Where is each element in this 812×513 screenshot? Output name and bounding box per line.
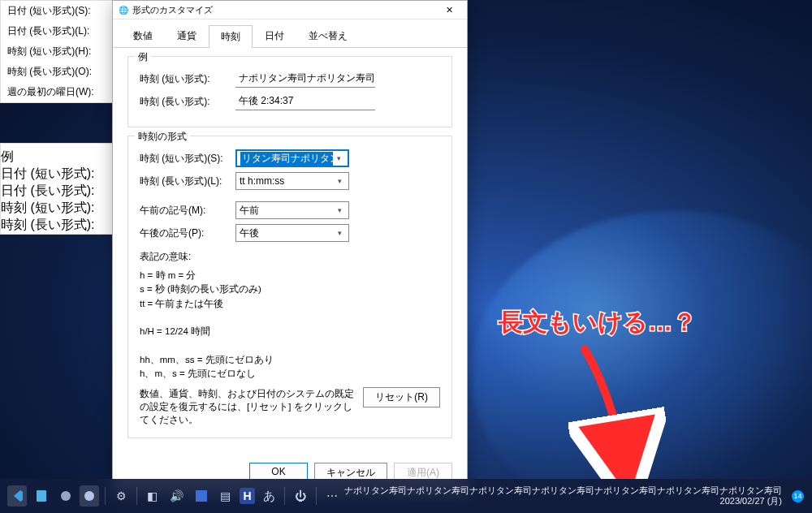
tab-date[interactable]: 日付 [253, 24, 296, 47]
short-time-example-label: 時刻 (短い形式): [140, 72, 227, 86]
combo-value: tt h:mm:ss [240, 175, 334, 187]
tray-chevron-icon[interactable]: ⋯ [322, 485, 342, 507]
customize-format-dialog: 🌐 形式のカスタマイズ ✕ 数値 通貨 時刻 日付 並べ替え 例 時刻 (短い形… [112, 0, 468, 495]
chevron-down-icon: ▾ [334, 177, 345, 185]
svg-rect-3 [196, 490, 207, 502]
reset-button[interactable]: リセット(R) [363, 387, 440, 407]
long-time-example-value: 午後 2:34:37 [235, 93, 375, 110]
combo-value: 午前 [240, 204, 334, 218]
taskbar-separator [105, 487, 106, 505]
clock-line2: 2023/02/27 (月) [344, 496, 782, 507]
combo-value: 午後 [240, 226, 334, 240]
group-label: 例 [135, 50, 151, 64]
tab-sort[interactable]: 並べ替え [296, 24, 360, 47]
example-group: 例 時刻 (短い形式): ナポリタン寿司ナポリタン寿司 時刻 (長い形式): 午… [127, 56, 452, 127]
settings-icon[interactable]: ⚙ [111, 485, 131, 507]
annotation-arrow [568, 341, 666, 479]
reset-description: 数値、通貨、時刻、および日付のシステムの既定の設定を復元するには、[リセット] … [140, 387, 355, 426]
pm-symbol-combobox[interactable]: 午後 ▾ [235, 224, 349, 242]
clock-line1: ナポリタン寿司ナポリタン寿司ナポリタン寿司ナポリタン寿司ナポリタン寿司ナポリタン… [344, 485, 782, 496]
am-symbol-combobox[interactable]: 午前 ▾ [235, 201, 349, 219]
notification-badge[interactable]: 14 [792, 490, 804, 502]
chevron-down-icon: ▾ [334, 229, 345, 237]
chevron-down-icon: ▾ [333, 154, 344, 162]
notation-title: 表記の意味: [140, 250, 440, 264]
app-icon-2[interactable] [80, 485, 99, 507]
notepad-icon[interactable] [32, 485, 51, 507]
power-icon[interactable]: ⏻ [291, 485, 310, 507]
titlebar[interactable]: 🌐 形式のカスタマイズ ✕ [113, 1, 467, 19]
group-label: 時刻の形式 [135, 130, 190, 144]
taskbar-separator [316, 487, 317, 505]
long-time-example-label: 時刻 (長い形式): [140, 95, 227, 109]
svg-rect-0 [37, 490, 46, 502]
long-format-label: 時刻 (長い形式)(L): [140, 175, 227, 188]
combo-value: リタン寿司ナポリタン寿司 [240, 152, 333, 166]
short-format-label: 時刻 (短い形式)(S): [140, 152, 227, 166]
chevron-down-icon: ▾ [334, 206, 345, 214]
tab-time[interactable]: 時刻 [209, 25, 253, 48]
tray-icon[interactable]: ◧ [143, 485, 162, 507]
taskbar-tray: ナポリタン寿司ナポリタン寿司ナポリタン寿司ナポリタン寿司ナポリタン寿司ナポリタン… [344, 485, 807, 507]
taskbar[interactable]: ⚙ ◧ 🔊 ▤ H あ ⏻ ⋯ ナポリタン寿司ナポリタン寿司ナポリタン寿司ナポリ… [0, 479, 812, 513]
am-symbol-label: 午前の記号(M): [140, 204, 227, 218]
app-icon-1[interactable] [56, 485, 76, 507]
ime-h-icon[interactable]: H [240, 488, 254, 504]
taskbar-separator [136, 487, 137, 505]
tray-icon[interactable] [192, 485, 211, 507]
taskbar-clock[interactable]: ナポリタン寿司ナポリタン寿司ナポリタン寿司ナポリタン寿司ナポリタン寿司ナポリタン… [344, 485, 787, 507]
svg-point-2 [84, 491, 94, 501]
tab-currency[interactable]: 通貨 [165, 24, 209, 47]
ime-mode-icon[interactable]: あ [260, 485, 279, 507]
globe-icon: 🌐 [118, 4, 129, 15]
short-time-example-value: ナポリタン寿司ナポリタン寿司 [235, 70, 375, 88]
short-format-combobox[interactable]: リタン寿司ナポリタン寿司 ▾ [235, 149, 349, 167]
vscode-icon[interactable] [7, 485, 27, 507]
volume-icon[interactable]: 🔊 [167, 485, 187, 507]
notation-body: h = 時 m = 分 s = 秒 (時刻の長い形式のみ) tt = 午前または… [140, 269, 440, 381]
tab-number[interactable]: 数値 [121, 24, 165, 47]
svg-point-1 [61, 491, 71, 501]
long-format-combobox[interactable]: tt h:mm:ss ▾ [235, 172, 349, 190]
pm-symbol-label: 午後の記号(P): [140, 226, 227, 240]
time-format-group: 時刻の形式 時刻 (短い形式)(S): リタン寿司ナポリタン寿司 ▾ 時刻 (長… [127, 136, 452, 438]
close-button[interactable]: ✕ [436, 2, 462, 18]
dialog-title: 形式のカスタマイズ [132, 4, 213, 16]
annotation-text: 長文もいける…？ [499, 306, 697, 339]
tray-icon[interactable]: ▤ [215, 485, 235, 507]
tab-strip: 数値 通貨 時刻 日付 並べ替え [113, 19, 467, 48]
dialog-body: 例 時刻 (短い形式): ナポリタン寿司ナポリタン寿司 時刻 (長い形式): 午… [113, 48, 467, 456]
taskbar-separator [284, 487, 285, 505]
